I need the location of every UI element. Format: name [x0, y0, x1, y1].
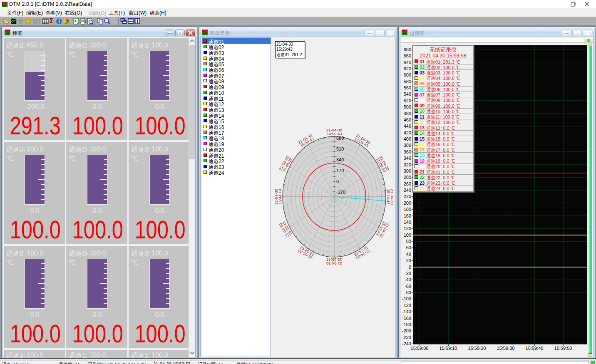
svg-text:-170: -170	[336, 190, 345, 195]
svg-text:0: 0	[336, 179, 339, 184]
svg-text:680: 680	[336, 136, 344, 141]
svg-text:510: 510	[336, 146, 344, 151]
svg-text:340: 340	[336, 157, 344, 162]
svg-text:170: 170	[336, 168, 344, 173]
